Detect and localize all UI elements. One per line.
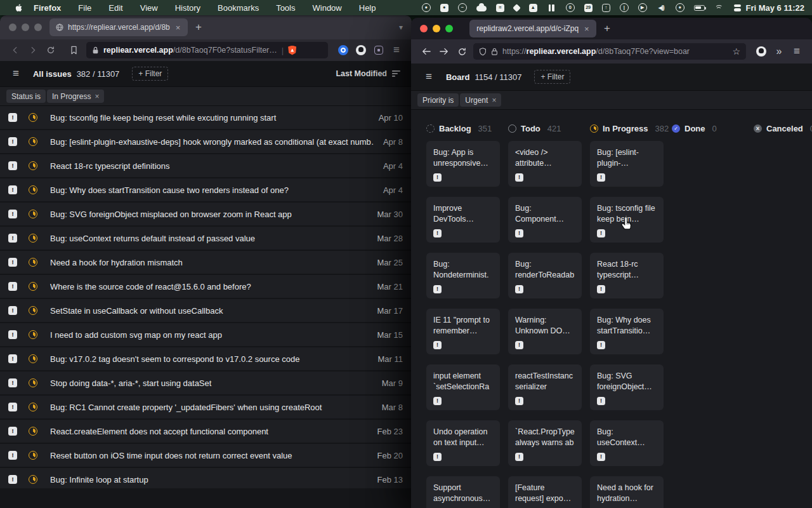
- menu-bookmarks[interactable]: Bookmarks: [218, 3, 259, 13]
- docker-icon[interactable]: ≈: [496, 4, 504, 12]
- add-filter-button[interactable]: + Filter: [132, 67, 168, 81]
- issue-card[interactable]: Warning: Unknown DO…!: [508, 309, 582, 354]
- menu-tools[interactable]: Tools: [276, 3, 295, 13]
- issue-card[interactable]: input element `setSelectionRa!: [426, 364, 500, 410]
- remove-filter-icon[interactable]: ×: [95, 92, 99, 101]
- issue-card[interactable]: React 18-rc typescript…!: [590, 253, 664, 298]
- issue-card[interactable]: Improve DevTools…!: [426, 197, 500, 243]
- issue-card[interactable]: Bug: Why does startTransitio…!: [590, 309, 664, 354]
- onepassword-extension-icon[interactable]: [334, 42, 352, 58]
- issue-row[interactable]: !Bug: [eslint-plugin-exhaustive-deps] ho…: [0, 130, 412, 153]
- browser-tab[interactable]: replidraw2.vercel.app/d/c-iZpq ×: [469, 20, 596, 37]
- reload-button[interactable]: [42, 42, 60, 58]
- calendar-icon[interactable]: 29: [584, 4, 593, 12]
- issue-row[interactable]: !Stop doing data-*, aria-*, start using …: [0, 371, 412, 394]
- menu-window[interactable]: Window: [313, 3, 342, 13]
- issue-row[interactable]: !Bug: tsconfig file keep being reset whi…: [0, 106, 412, 129]
- new-tab-button[interactable]: +: [195, 21, 202, 34]
- issue-card[interactable]: Bug: App is unresponsive…!: [426, 141, 500, 187]
- issue-card[interactable]: reactTestInstanc serializer!: [508, 364, 582, 410]
- menu-file[interactable]: File: [78, 3, 91, 13]
- issue-row[interactable]: !I need to add custom svg map on my reac…: [0, 323, 412, 346]
- assistant-icon[interactable]: ●: [676, 3, 684, 12]
- overflow-chevrons-icon[interactable]: »: [770, 43, 788, 60]
- issue-card[interactable]: Bug: Nondeterminist.!: [426, 253, 500, 298]
- issue-row[interactable]: !Bug: SVG foreignObject misplaced on bro…: [0, 203, 412, 225]
- issue-row[interactable]: !Bug: useContext returns default instead…: [0, 227, 412, 250]
- issue-row[interactable]: !Need a hook for hydration mismatchMar 2…: [0, 251, 412, 274]
- reload-button[interactable]: [453, 43, 471, 60]
- bookmark-star-icon[interactable]: ☆: [727, 46, 740, 57]
- issue-card[interactable]: Bug: renderToReadab!: [508, 253, 582, 298]
- issue-card[interactable]: `React.PropType always warns ab!: [508, 420, 582, 466]
- menu-view[interactable]: View: [140, 3, 158, 13]
- issue-row[interactable]: !Bug: RC1 Cannot create property '_updat…: [0, 396, 412, 418]
- filter-field-chip[interactable]: Priority is: [417, 93, 459, 107]
- user-switch-icon[interactable]: [733, 3, 742, 13]
- issue-row[interactable]: !React 18-rc typescript definitionsApr 4: [0, 154, 412, 177]
- forward-button[interactable]: [435, 43, 453, 60]
- sort-control[interactable]: Last Modified: [336, 69, 402, 78]
- sidebar-menu-icon[interactable]: ≡: [426, 70, 432, 83]
- remove-filter-icon[interactable]: ×: [492, 96, 496, 105]
- github-extension-icon[interactable]: [752, 43, 770, 60]
- back-button[interactable]: [6, 42, 24, 58]
- sidebar-menu-icon[interactable]: ≡: [13, 67, 19, 80]
- menu-history[interactable]: History: [175, 3, 200, 13]
- issue-row[interactable]: !Where is the source code of react@15.6.…: [0, 275, 412, 298]
- menu-firefox[interactable]: Firefox: [34, 3, 61, 13]
- issue-row[interactable]: !Bug: Infinite loop at startupFeb 13: [0, 468, 412, 488]
- play-icon[interactable]: ▶: [638, 3, 647, 12]
- app-menu-icon[interactable]: ≡: [788, 43, 806, 60]
- issue-card[interactable]: <video /> attribute…!: [508, 141, 582, 187]
- minimize-window-button[interactable]: [433, 25, 440, 32]
- extensions-icon[interactable]: [370, 42, 388, 58]
- tab-close-icon[interactable]: ×: [583, 24, 591, 34]
- vercel-icon[interactable]: ▲: [529, 4, 537, 12]
- add-filter-button[interactable]: + Filter: [534, 70, 570, 84]
- url-bar[interactable]: repliear.vercel.app /d/8bTaoq7F0e?status…: [86, 42, 328, 58]
- issue-card[interactable]: Undo operation on text input…!: [426, 420, 500, 466]
- traffic-lights-inactive[interactable]: [9, 23, 42, 31]
- menu-help[interactable]: Help: [359, 3, 376, 13]
- filter-field-chip[interactable]: Status is: [6, 90, 46, 103]
- issue-card[interactable]: Bug: useContext…!: [590, 420, 664, 466]
- issue-card[interactable]: [Feature request] expo…!: [508, 476, 582, 508]
- traffic-lights-active[interactable]: [420, 25, 453, 32]
- dropbox-icon[interactable]: [513, 4, 521, 12]
- tab-close-icon[interactable]: ×: [174, 23, 182, 32]
- zoom-window-button[interactable]: [34, 23, 42, 31]
- issue-row[interactable]: !Reset button on iOS time input does not…: [0, 444, 412, 467]
- issue-card[interactable]: Need a hook for hydration…!: [590, 476, 664, 508]
- wifi-icon[interactable]: [714, 4, 723, 11]
- onepassword-icon[interactable]: 0: [566, 3, 575, 12]
- bookmark-icon[interactable]: [65, 42, 82, 58]
- url-bar[interactable]: https:// repliear.vercel.app /d/8bTaoq7F…: [473, 43, 746, 60]
- github-extension-icon[interactable]: [352, 42, 370, 58]
- app-menu-icon[interactable]: ≡: [388, 42, 405, 58]
- cloud-icon[interactable]: [476, 6, 487, 11]
- minimize-window-button[interactable]: [22, 23, 29, 31]
- issue-row[interactable]: !Bug: v17.0.2 tag doesn't seem to corres…: [0, 347, 412, 370]
- volume-icon[interactable]: ◀)): [657, 3, 666, 13]
- close-window-button[interactable]: [420, 25, 428, 32]
- tab-list-chevron-icon[interactable]: ▾: [399, 23, 403, 32]
- battery-icon[interactable]: [694, 5, 705, 11]
- issue-card[interactable]: Bug: Component…!: [508, 197, 582, 243]
- camera-icon[interactable]: ●: [440, 4, 449, 12]
- issue-card[interactable]: IE 11 "prompt to remember…!: [426, 309, 500, 354]
- close-window-button[interactable]: [9, 23, 16, 31]
- filter-value-chip[interactable]: Urgent ×: [460, 93, 501, 107]
- zoom-window-button[interactable]: [445, 25, 453, 32]
- back-button[interactable]: [417, 43, 435, 60]
- issue-card[interactable]: Bug: [eslint-plugin-…!: [590, 141, 664, 187]
- issue-row[interactable]: !React.createElement does not accept fun…: [0, 420, 412, 443]
- record-icon[interactable]: ●: [422, 3, 431, 12]
- menu-bar-clock[interactable]: Fri May 6 11:22: [746, 3, 805, 13]
- issue-row[interactable]: !Bug: Why does startTransition cause two…: [0, 178, 412, 201]
- power-icon[interactable]: |: [620, 3, 629, 12]
- swirl-icon[interactable]: ~: [458, 3, 467, 12]
- brave-shield-icon[interactable]: [288, 46, 296, 55]
- issue-card[interactable]: Bug: SVG foreignObject…!: [590, 364, 664, 410]
- filter-value-chip[interactable]: In Progress ×: [47, 90, 104, 103]
